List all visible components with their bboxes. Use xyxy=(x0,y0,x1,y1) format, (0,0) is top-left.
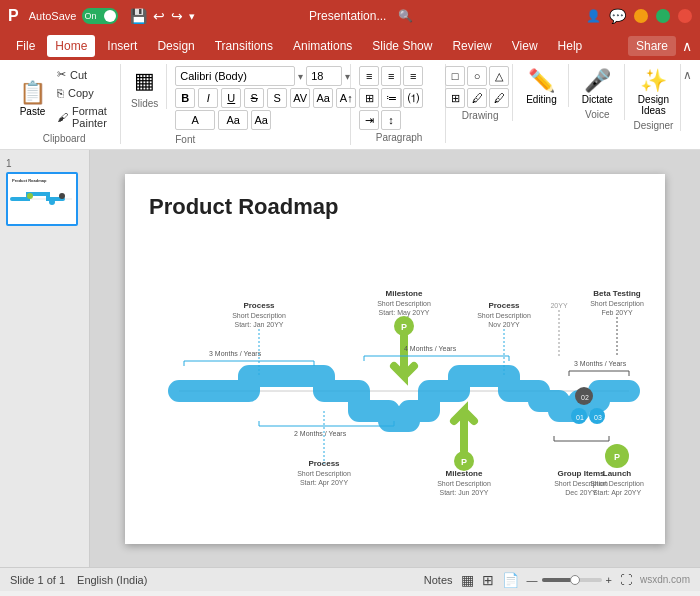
cut-button[interactable]: ✂ Cut xyxy=(53,66,114,83)
zoom-handle[interactable] xyxy=(570,575,580,585)
menu-design[interactable]: Design xyxy=(149,35,202,57)
design-ideas-label: Design Ideas xyxy=(638,94,669,116)
zoom-out-button[interactable]: — xyxy=(527,574,538,586)
autosave-toggle[interactable]: On xyxy=(82,8,118,24)
comments-icon[interactable]: 💬 xyxy=(609,8,626,24)
normal-view-icon[interactable]: ▦ xyxy=(461,572,474,588)
indent-button[interactable]: ⇥ xyxy=(359,110,379,130)
editing-button[interactable]: ✏️ Editing xyxy=(521,66,562,107)
svg-text:03: 03 xyxy=(594,414,602,421)
font-size-dropdown-icon[interactable]: ▾ xyxy=(345,71,350,82)
bold-button[interactable]: B xyxy=(175,88,195,108)
shape3-button[interactable]: △ xyxy=(489,66,509,86)
slide-canvas[interactable]: Product Roadmap P P P xyxy=(125,174,665,544)
paste-button[interactable]: 📋 Paste xyxy=(14,78,51,119)
save-icon[interactable]: 💾 xyxy=(130,8,147,24)
redo-icon[interactable]: ↪ xyxy=(171,8,183,24)
font-dropdown-icon[interactable]: ▾ xyxy=(298,71,303,82)
slides-icon: ▦ xyxy=(134,68,155,94)
minimize-button[interactable] xyxy=(634,9,648,23)
svg-text:2 Months / Years: 2 Months / Years xyxy=(294,430,347,437)
strikethrough-button[interactable]: S xyxy=(244,88,264,108)
menu-review[interactable]: Review xyxy=(444,35,499,57)
menu-slideshow[interactable]: Slide Show xyxy=(364,35,440,57)
char-spacing-button[interactable]: AV xyxy=(290,88,310,108)
fit-to-window-icon[interactable]: ⛶ xyxy=(620,573,632,587)
slide-thumbnail[interactable]: Product Roadmap xyxy=(6,172,78,226)
align-center-button[interactable]: ≡ xyxy=(381,66,401,86)
design-ideas-button[interactable]: ✨ Design Ideas xyxy=(633,66,674,118)
shape2-button[interactable]: ○ xyxy=(467,66,487,86)
svg-point-5 xyxy=(59,193,65,199)
fill-button[interactable]: 🖊 xyxy=(467,88,487,108)
title-bar-right: 👤 💬 xyxy=(526,8,692,24)
paste-icon: 📋 xyxy=(19,80,46,106)
svg-point-4 xyxy=(49,199,55,205)
share-button[interactable]: Share xyxy=(628,36,676,56)
slides-button[interactable]: ▦ xyxy=(129,66,160,96)
share-icon[interactable]: 👤 xyxy=(586,9,601,23)
svg-point-3 xyxy=(27,193,33,199)
menu-insert[interactable]: Insert xyxy=(99,35,145,57)
dictate-label: Dictate xyxy=(582,94,613,105)
menu-file[interactable]: File xyxy=(8,35,43,57)
bullet-button[interactable]: ≔ xyxy=(381,88,401,108)
shadow-button[interactable]: S xyxy=(267,88,287,108)
search-box[interactable]: 🔍 xyxy=(398,9,413,23)
paragraph-group: ≡ ≡ ≡ ⊞ ≔ ⑴ ⇥ ↕ Paragraph xyxy=(353,64,446,143)
number-button[interactable]: ⑴ xyxy=(403,88,423,108)
italic-button[interactable]: I xyxy=(198,88,218,108)
svg-text:Milestone: Milestone xyxy=(446,469,483,478)
notes-button[interactable]: Notes xyxy=(424,574,453,586)
menu-view[interactable]: View xyxy=(504,35,546,57)
designer-label: Designer xyxy=(633,120,673,131)
copy-button[interactable]: ⎘ Copy xyxy=(53,85,114,101)
slides-label: Slides xyxy=(131,98,158,109)
slide-sorter-icon[interactable]: ⊞ xyxy=(482,572,494,588)
svg-text:Short Description: Short Description xyxy=(377,300,431,308)
outline-button[interactable]: 🖊 xyxy=(489,88,509,108)
svg-text:4 Months / Years: 4 Months / Years xyxy=(404,345,457,352)
highlight-color-button[interactable]: Aa xyxy=(218,110,248,130)
shape1-button[interactable]: □ xyxy=(445,66,465,86)
title-bar: P AutoSave On 💾 ↩ ↪ ▾ Presentation... 🔍 … xyxy=(0,0,700,32)
font-label: Font xyxy=(175,134,195,145)
svg-text:20YY: 20YY xyxy=(550,302,567,309)
app-logo: P xyxy=(8,7,19,25)
dictate-button[interactable]: 🎤 Dictate xyxy=(577,66,618,107)
undo-icon[interactable]: ↩ xyxy=(153,8,165,24)
workspace: 1 Product Roadmap Product Roadmap xyxy=(0,150,700,567)
zoom-in-button[interactable]: + xyxy=(606,574,612,586)
line-spacing-button[interactable]: ↕ xyxy=(381,110,401,130)
format-painter-button[interactable]: 🖌 Format Painter xyxy=(53,103,114,131)
reading-view-icon[interactable]: 📄 xyxy=(502,572,519,588)
drawing-label: Drawing xyxy=(462,110,499,121)
menu-home[interactable]: Home xyxy=(47,35,95,57)
collapse-ribbon-icon[interactable]: ∧ xyxy=(682,38,692,54)
svg-text:01: 01 xyxy=(576,414,584,421)
svg-text:P: P xyxy=(614,452,620,462)
menu-transitions[interactable]: Transitions xyxy=(207,35,281,57)
font-size-small-button[interactable]: Aa xyxy=(251,110,271,130)
clipboard-group: 📋 Paste ✂ Cut ⎘ Copy 🖌 Format Painter xyxy=(8,64,121,144)
menu-help[interactable]: Help xyxy=(550,35,591,57)
column-button[interactable]: ⊞ xyxy=(359,88,379,108)
menu-animations[interactable]: Animations xyxy=(285,35,360,57)
status-bar: Slide 1 of 1 English (India) Notes ▦ ⊞ 📄… xyxy=(0,567,700,591)
font-size-input[interactable] xyxy=(306,66,342,86)
align-left-button[interactable]: ≡ xyxy=(359,66,379,86)
font-color-button[interactable]: A xyxy=(175,110,215,130)
align-right-button[interactable]: ≡ xyxy=(403,66,423,86)
voice-group: 🎤 Dictate Voice xyxy=(571,64,625,120)
underline-button[interactable]: U xyxy=(221,88,241,108)
zoom-bar[interactable] xyxy=(542,578,602,582)
maximize-button[interactable] xyxy=(656,9,670,23)
close-button[interactable] xyxy=(678,9,692,23)
change-case-button[interactable]: Aa xyxy=(313,88,333,108)
slides-group: ▦ Slides xyxy=(123,64,167,109)
svg-text:Short Description: Short Description xyxy=(590,480,644,488)
font-name-input[interactable] xyxy=(175,66,295,86)
voice-label: Voice xyxy=(585,109,609,120)
arrange-button[interactable]: ⊞ xyxy=(445,88,465,108)
collapse-ribbon-button[interactable]: ∧ xyxy=(683,68,692,82)
